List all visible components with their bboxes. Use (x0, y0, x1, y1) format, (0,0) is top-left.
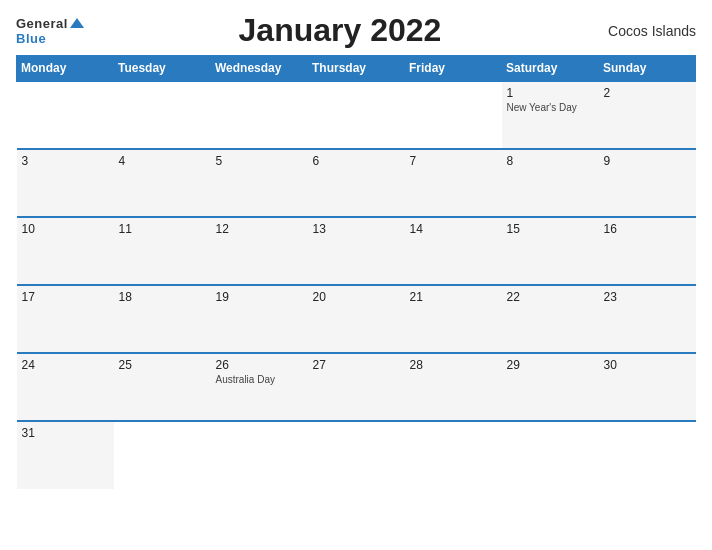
calendar-day-cell: 30 (599, 353, 696, 421)
day-number: 17 (22, 290, 35, 304)
day-number: 11 (119, 222, 132, 236)
calendar-day-cell: 7 (405, 149, 502, 217)
calendar-day-cell (308, 421, 405, 489)
day-number: 4 (119, 154, 126, 168)
calendar-day-cell: 18 (114, 285, 211, 353)
calendar-day-cell: 20 (308, 285, 405, 353)
region-label: Cocos Islands (596, 23, 696, 39)
calendar-day-cell (405, 421, 502, 489)
day-number: 25 (119, 358, 132, 372)
day-number: 3 (22, 154, 29, 168)
calendar-page: General Blue January 2022 Cocos Islands … (0, 0, 712, 550)
calendar-day-cell: 23 (599, 285, 696, 353)
day-number: 6 (313, 154, 320, 168)
calendar-day-cell: 9 (599, 149, 696, 217)
day-number: 29 (507, 358, 520, 372)
day-number: 8 (507, 154, 514, 168)
calendar-week-row: 17181920212223 (17, 285, 696, 353)
col-thursday: Thursday (308, 56, 405, 82)
calendar-day-cell: 19 (211, 285, 308, 353)
day-number: 27 (313, 358, 326, 372)
calendar-day-cell: 22 (502, 285, 599, 353)
calendar-day-cell (405, 81, 502, 149)
col-tuesday: Tuesday (114, 56, 211, 82)
calendar-day-cell: 10 (17, 217, 114, 285)
logo-blue-text: Blue (16, 31, 46, 46)
calendar-day-cell: 14 (405, 217, 502, 285)
col-saturday: Saturday (502, 56, 599, 82)
day-number: 28 (410, 358, 423, 372)
day-number: 18 (119, 290, 132, 304)
calendar-day-cell: 3 (17, 149, 114, 217)
calendar-day-cell: 25 (114, 353, 211, 421)
day-number: 10 (22, 222, 35, 236)
calendar-table: Monday Tuesday Wednesday Thursday Friday… (16, 55, 696, 489)
calendar-day-cell (114, 81, 211, 149)
calendar-week-row: 3456789 (17, 149, 696, 217)
calendar-day-cell (211, 81, 308, 149)
calendar-day-cell: 1New Year's Day (502, 81, 599, 149)
day-number: 30 (604, 358, 617, 372)
calendar-day-cell: 13 (308, 217, 405, 285)
day-number: 26 (216, 358, 229, 372)
calendar-day-cell: 12 (211, 217, 308, 285)
day-number: 5 (216, 154, 223, 168)
day-number: 12 (216, 222, 229, 236)
day-number: 16 (604, 222, 617, 236)
calendar-day-cell: 26Australia Day (211, 353, 308, 421)
calendar-day-cell: 27 (308, 353, 405, 421)
logo-triangle-icon (70, 18, 84, 28)
day-number: 15 (507, 222, 520, 236)
col-friday: Friday (405, 56, 502, 82)
calendar-day-cell (114, 421, 211, 489)
day-number: 31 (22, 426, 35, 440)
col-monday: Monday (17, 56, 114, 82)
day-number: 9 (604, 154, 611, 168)
calendar-day-cell: 24 (17, 353, 114, 421)
day-number: 2 (604, 86, 611, 100)
calendar-week-row: 31 (17, 421, 696, 489)
day-number: 22 (507, 290, 520, 304)
holiday-name: Australia Day (216, 374, 303, 385)
calendar-day-cell: 31 (17, 421, 114, 489)
logo-general-text: General (16, 16, 68, 31)
calendar-day-cell (502, 421, 599, 489)
calendar-header: General Blue January 2022 Cocos Islands (16, 12, 696, 49)
calendar-day-cell: 29 (502, 353, 599, 421)
holiday-name: New Year's Day (507, 102, 594, 113)
calendar-header-row: Monday Tuesday Wednesday Thursday Friday… (17, 56, 696, 82)
calendar-week-row: 1New Year's Day2 (17, 81, 696, 149)
day-number: 19 (216, 290, 229, 304)
calendar-day-cell (211, 421, 308, 489)
calendar-day-cell: 15 (502, 217, 599, 285)
calendar-day-cell: 2 (599, 81, 696, 149)
day-number: 23 (604, 290, 617, 304)
logo: General Blue (16, 16, 84, 46)
day-number: 20 (313, 290, 326, 304)
day-number: 24 (22, 358, 35, 372)
day-number: 14 (410, 222, 423, 236)
calendar-day-cell: 21 (405, 285, 502, 353)
day-number: 21 (410, 290, 423, 304)
calendar-day-cell (599, 421, 696, 489)
calendar-day-cell: 5 (211, 149, 308, 217)
calendar-title: January 2022 (84, 12, 596, 49)
calendar-week-row: 242526Australia Day27282930 (17, 353, 696, 421)
calendar-day-cell: 16 (599, 217, 696, 285)
calendar-day-cell: 11 (114, 217, 211, 285)
calendar-week-row: 10111213141516 (17, 217, 696, 285)
day-number: 1 (507, 86, 514, 100)
calendar-day-cell (308, 81, 405, 149)
calendar-day-cell: 28 (405, 353, 502, 421)
calendar-day-cell (17, 81, 114, 149)
day-number: 13 (313, 222, 326, 236)
calendar-day-cell: 8 (502, 149, 599, 217)
day-number: 7 (410, 154, 417, 168)
calendar-day-cell: 4 (114, 149, 211, 217)
col-sunday: Sunday (599, 56, 696, 82)
calendar-day-cell: 6 (308, 149, 405, 217)
calendar-day-cell: 17 (17, 285, 114, 353)
col-wednesday: Wednesday (211, 56, 308, 82)
